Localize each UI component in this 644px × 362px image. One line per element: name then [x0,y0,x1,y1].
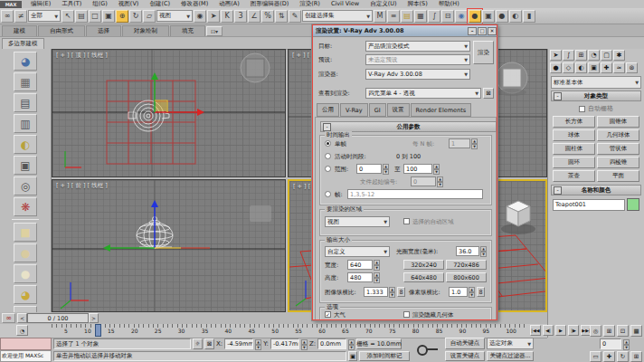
dialog-tab[interactable]: Render Elements [411,103,472,117]
menu-item[interactable]: 渲染(R) [294,0,326,8]
grid-setting-button[interactable]: 栅格 = 10.0mm [356,338,402,349]
range-to-field[interactable]: 100 [403,164,432,174]
rendered-frame-window-icon[interactable]: ▣ [482,10,495,23]
aperture-spinner[interactable]: ▲▼ [480,246,487,256]
x-spinner[interactable]: ▲▼ [255,339,261,349]
menu-item[interactable]: 创建(C) [144,0,175,8]
use-pivot-center-icon[interactable]: ◉ [194,10,206,23]
viewport-lock-icon[interactable]: ⊠ [483,88,494,99]
frame-spinner[interactable]: ▲▼ [623,339,630,349]
next-frame-button[interactable]: |▶ [568,325,579,336]
pixel-aspect-field[interactable]: 1.0 [449,287,468,297]
select-object-icon[interactable]: ↖ [62,10,74,23]
spreadsheet-tool-icon[interactable]: ▤ [14,93,37,112]
rect-selection-region-icon[interactable]: □ [89,10,101,23]
autogrid-checkbox[interactable] [579,106,585,112]
range-from-field[interactable]: 0 [356,164,382,174]
table-tool-icon[interactable]: ▥ [14,114,37,133]
select-and-rotate-icon[interactable]: ↻ [129,10,142,23]
renderer-dropdown[interactable]: V-Ray Adv 3.00.08▼ [365,69,470,80]
primitive-button[interactable]: 圆锥体 [597,116,639,128]
ribbon-tab[interactable]: 填充 [170,25,205,36]
time-tag-icon[interactable]: ▣ [348,351,357,361]
pixel-aspect-lock-icon[interactable]: 8 [477,287,485,297]
track-bar-ruler[interactable]: 5101520253035404550556065707580859095100 [52,324,529,338]
utilities-tab-icon[interactable]: ✱ [613,50,625,61]
mirror-icon[interactable]: M [374,10,386,23]
primitive-button[interactable]: 圆环 [553,157,595,168]
menu-item[interactable]: 自定义(U) [365,0,402,8]
projector-tool-icon[interactable]: ◎ [14,176,37,195]
width-spinner[interactable]: ▲▼ [374,260,380,270]
orbit-icon[interactable]: ↻ [617,351,629,362]
teapot-tool-icon[interactable]: ◕ [14,52,37,71]
every-n-field[interactable]: 1 [449,138,470,148]
menu-item[interactable]: 编辑(E) [25,0,56,8]
z-spinner[interactable]: ▲▼ [348,339,355,349]
menu-item[interactable]: 脚本(S) [402,0,433,8]
zoom-extents-icon[interactable]: ⊡ [617,325,629,337]
go-to-start-button[interactable]: |◀◀ [530,325,541,336]
primitive-button[interactable]: 四棱锥 [597,157,639,168]
maximize-icon[interactable]: □ [478,27,487,35]
menu-item[interactable]: Civil View [326,0,365,8]
collapse-icon[interactable]: - [554,186,562,195]
range-to-spinner[interactable]: ▲▼ [433,164,440,174]
layer-manager-icon[interactable]: ▤ [401,10,413,23]
steering-wheel-icon[interactable]: ∞ [2,313,15,323]
current-frame-field[interactable]: 0 [600,338,621,349]
ribbon-tab[interactable]: 对象绘制 [122,25,169,36]
zoom-extents-all-icon[interactable]: ▦ [630,325,642,337]
frames-field[interactable]: 1,3,5-12 [347,189,483,199]
previous-frame-arrow[interactable]: < [17,313,27,323]
primitive-category-dropdown[interactable]: 标准基本体▼ [551,76,641,89]
menu-item[interactable]: 组(G) [87,0,113,8]
zoom-region-icon[interactable]: ▭ [590,351,601,362]
track-config-icon[interactable]: ◔ [16,325,28,336]
select-and-scale-icon[interactable]: ▱ [143,10,156,23]
frames-radio[interactable] [325,191,331,197]
edit-named-selections-icon[interactable]: ✎ [289,10,301,23]
menu-item[interactable]: 帮助(H) [433,0,465,8]
systems-category-icon[interactable]: ⊛ [626,62,638,73]
resolution-preset-button[interactable]: 800x600 [446,272,487,282]
x-coordinate-field[interactable]: -4.59mm [224,338,253,349]
motion-tab-icon[interactable]: ◔ [588,50,600,61]
unlink-selection-icon[interactable]: ≠ [14,10,27,23]
dialog-tab[interactable]: 设置 [387,103,410,117]
set-key-button[interactable]: 设置关键点 [445,351,485,361]
graphite-toggle-icon[interactable]: ▦ [414,10,427,23]
menu-item[interactable]: 修改器(M) [175,0,213,8]
menu-item[interactable]: 图形编辑器(D) [245,0,295,8]
primitive-button[interactable]: 长方体 [553,116,595,128]
every-n-spinner[interactable]: ▲▼ [471,138,478,148]
resolution-preset-button[interactable]: 320x240 [403,260,444,270]
maxscript-listener-line[interactable]: 欢迎使用 MAXSc [0,350,52,362]
resolution-preset-button[interactable]: 720x486 [446,260,487,270]
object-color-swatch[interactable] [627,198,639,211]
primitive-button[interactable]: 球体 [553,129,595,141]
y-spinner[interactable]: ▲▼ [301,339,308,349]
align-icon[interactable]: ≡ [387,10,400,23]
max-logo-button[interactable]: MAX [0,1,22,8]
height-field[interactable]: 480 [347,272,373,282]
range-from-spinner[interactable]: ▲▼ [383,164,389,174]
time-slider-thumb[interactable]: 0 / 100 [27,313,89,323]
paint-tool-icon[interactable]: ❋ [14,197,37,216]
lights-category-icon[interactable]: ◐ [575,62,587,73]
render-setup-icon[interactable]: ● [469,10,481,23]
image-aspect-field[interactable]: 1.333 [364,287,388,297]
viewport-top-label[interactable]: [ + ] [ 顶 ] [ 线框 ] [56,52,108,60]
object-name-field[interactable]: Teapot001 [553,199,625,211]
previous-frame-button[interactable]: ◀| [543,325,554,336]
select-and-move-icon[interactable]: ⊕ [116,10,128,23]
angle-snap-icon[interactable]: ∠ [248,10,260,23]
pixel-aspect-spinner[interactable]: ▲▼ [469,287,475,297]
spinner-snap-icon[interactable]: ⇅ [275,10,288,23]
target-dropdown[interactable]: 产品级渲染模式▼ [365,41,470,52]
file-start-field[interactable]: 0 [411,176,436,186]
object-type-rollout[interactable]: -对象类型 [551,90,641,101]
zoom-all-icon[interactable]: ⊞ [603,325,615,337]
window-crossing-icon[interactable]: ▣ [102,10,115,23]
auto-region-checkbox[interactable] [403,218,410,224]
